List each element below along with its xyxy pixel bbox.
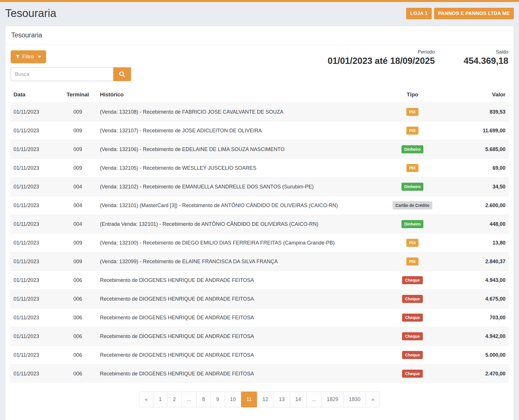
cell-valor: 5.000,00 [448, 346, 509, 364]
pagination-page-1[interactable]: 1 [153, 392, 168, 407]
pagination-page-11[interactable]: 11 [241, 392, 257, 407]
filter-funnel-icon [16, 55, 20, 59]
company-button[interactable]: PANNOS E PANNOS LTDA ME [434, 8, 514, 19]
pagination-page-8[interactable]: 8 [196, 392, 211, 407]
pagination-page-13[interactable]: 13 [273, 392, 290, 407]
col-header-data: Data [10, 89, 59, 103]
table-row: 01/11/2023009(Venda: 132099) - Recebimen… [10, 252, 509, 271]
cell-historico: (Entrada Venda: 132101) - Recebimento de… [96, 215, 376, 234]
pagination-ellipsis: ... [181, 392, 197, 407]
cell-valor: 13,80 [448, 234, 509, 252]
cell-data: 01/11/2023 [10, 346, 59, 364]
pagination-page-10[interactable]: 10 [225, 392, 241, 407]
cell-terminal: 009 [59, 159, 96, 177]
card-title: Tesouraria [5, 26, 514, 45]
cell-valor: 4.942,00 [448, 327, 509, 346]
pagination-prev[interactable]: « [139, 392, 154, 407]
balance-value: 454.369,18 [464, 56, 508, 66]
cell-data: 01/11/2023 [10, 121, 59, 140]
tipo-badge-cheque: Cheque [402, 370, 423, 378]
table-row: 01/11/2023009(Venda: 132100) - Recebimen… [10, 234, 509, 252]
cell-terminal: 009 [59, 140, 96, 159]
tipo-badge-cheque: Cheque [402, 351, 423, 359]
cell-tipo: Dinheiro [376, 177, 448, 196]
cell-tipo: Cheque [376, 271, 448, 290]
tipo-badge-pix: PIX [406, 257, 419, 266]
cell-historico: (Venda: 132107) - Recebimento de JOSE AD… [96, 121, 376, 140]
cell-historico: Recebimento de DIOGENES HENRIQUE DE ANDR… [96, 308, 376, 327]
cell-historico: (Venda: 132101) (MasterCard [3]) - Receb… [96, 196, 376, 215]
tipo-badge-cheque: Cheque [402, 332, 423, 340]
cell-data: 01/11/2023 [10, 308, 59, 327]
period-stat: Período 01/01/2023 até 18/09/2025 [328, 49, 435, 66]
tipo-badge-dinheiro: Dinheiro [401, 183, 424, 191]
tipo-badge-dinheiro: Dinheiro [401, 220, 424, 228]
table-body: 01/11/2023009(Venda: 132108) - Recebimen… [10, 103, 509, 383]
pagination-page-9[interactable]: 9 [211, 392, 225, 407]
cell-valor: 69,00 [448, 159, 509, 177]
cell-valor: 11.699,00 [448, 121, 509, 140]
cell-terminal: 006 [59, 346, 96, 364]
cell-historico: (Venda: 132105) - Recebimento de WESLLEY… [96, 159, 376, 177]
cell-terminal: 009 [59, 252, 96, 271]
col-header-tipo: Tipo [376, 89, 448, 103]
cell-historico: (Venda: 132100) - Recebimento de DIEGO E… [96, 234, 376, 252]
summary-stats: Período 01/01/2023 até 18/09/2025 Saldo … [328, 49, 509, 66]
cell-tipo: Cheque [376, 364, 448, 383]
cell-valor: 2.470,00 [448, 364, 509, 383]
pagination-next[interactable]: » [365, 392, 380, 407]
chevron-down-icon [38, 56, 41, 58]
cell-historico: Recebimento de DIOGENES HENRIQUE DE ANDR… [96, 327, 376, 346]
tipo-badge-cheque: Cheque [402, 314, 423, 322]
cell-historico: (Venda: 132102) - Recebimento de EMANUEL… [96, 177, 376, 196]
cell-tipo: PIX [376, 234, 448, 252]
filter-button-label: Filtro [22, 54, 34, 60]
toolbar: Filtro Período 01/01/2023 até 18/09/2025 [5, 45, 514, 89]
cell-valor: 4.943,00 [448, 271, 509, 290]
cell-valor: 448,00 [448, 215, 509, 234]
tipo-badge-pix: PIX [406, 164, 419, 172]
pagination-page-12[interactable]: 12 [257, 392, 274, 407]
cell-tipo: Cheque [376, 290, 448, 308]
cell-valor: 5.685,00 [448, 140, 509, 159]
transactions-table: Data Terminal Histórico Tipo Valor 01/11… [10, 89, 509, 383]
filter-button[interactable]: Filtro [11, 50, 46, 63]
search-input[interactable] [11, 67, 113, 81]
cell-data: 01/11/2023 [10, 103, 59, 121]
tipo-badge-cheque: Cheque [402, 295, 423, 303]
header-buttons: LOJA 1 PANNOS E PANNOS LTDA ME [406, 8, 514, 19]
table-row: 01/11/2023004(Venda: 132101) (MasterCard… [10, 196, 509, 215]
cell-terminal: 009 [59, 234, 96, 252]
col-header-valor: Valor [448, 89, 509, 103]
search-button[interactable] [113, 67, 131, 81]
cell-data: 01/11/2023 [10, 327, 59, 346]
tipo-badge-pix: PIX [406, 239, 419, 247]
cell-tipo: Cartão de Crédito [376, 196, 448, 215]
store-button[interactable]: LOJA 1 [406, 8, 432, 19]
tipo-badge-dinheiro: Dinheiro [401, 145, 424, 153]
cell-historico: (Venda: 132099) - Recebimento de ELAINE … [96, 252, 376, 271]
pagination-page-1829[interactable]: 1829 [321, 392, 344, 407]
cell-terminal: 004 [59, 177, 96, 196]
page-header: Tesouraria LOJA 1 PANNOS E PANNOS LTDA M… [0, 2, 519, 26]
cell-data: 01/11/2023 [10, 271, 59, 290]
pagination-page-1830[interactable]: 1830 [343, 392, 366, 407]
period-value: 01/01/2023 até 18/09/2025 [328, 56, 435, 66]
tesouraria-card: Tesouraria Filtro Período [5, 26, 514, 420]
tipo-badge-cheque: Cheque [402, 276, 423, 284]
balance-label: Saldo [464, 49, 508, 55]
transactions-table-wrap: Data Terminal Histórico Tipo Valor 01/11… [5, 89, 514, 383]
col-header-historico: Histórico [96, 89, 376, 103]
pagination-page-14[interactable]: 14 [290, 392, 306, 407]
cell-data: 01/11/2023 [10, 177, 59, 196]
cell-historico: (Venda: 132106) - Recebimento de EDELAIN… [96, 140, 376, 159]
cell-historico: Recebimento de DIOGENES HENRIQUE DE ANDR… [96, 364, 376, 383]
cell-data: 01/11/2023 [10, 140, 59, 159]
pagination-page-2[interactable]: 2 [167, 392, 182, 407]
cell-data: 01/11/2023 [10, 234, 59, 252]
cell-valor: 839,53 [448, 103, 509, 121]
cell-tipo: PIX [376, 103, 448, 121]
search-icon [119, 71, 126, 78]
cell-historico: Recebimento de DIOGENES HENRIQUE DE ANDR… [96, 271, 376, 290]
cell-historico: (Venda: 132108) - Recebimento de FABRICI… [96, 103, 376, 121]
